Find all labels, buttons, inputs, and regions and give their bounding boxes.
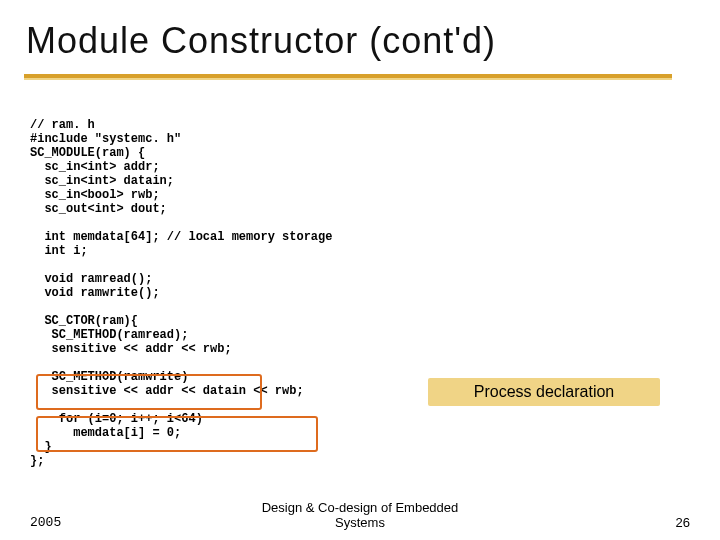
footer-year: 2005 bbox=[30, 515, 61, 530]
underline-shadow bbox=[24, 78, 672, 80]
footer-center: Design & Co-design of Embedded Systems bbox=[0, 500, 720, 530]
callout-process-declaration: Process declaration bbox=[428, 378, 660, 406]
footer-center-line2: Systems bbox=[335, 515, 385, 530]
highlight-box-ramread bbox=[36, 374, 262, 410]
slide: Module Constructor (cont'd) // ram. h #i… bbox=[0, 0, 720, 540]
slide-title: Module Constructor (cont'd) bbox=[26, 20, 496, 62]
highlight-box-ramwrite bbox=[36, 416, 318, 452]
footer-center-line1: Design & Co-design of Embedded bbox=[262, 500, 459, 515]
title-underline bbox=[24, 74, 672, 82]
footer-page-number: 26 bbox=[676, 515, 690, 530]
